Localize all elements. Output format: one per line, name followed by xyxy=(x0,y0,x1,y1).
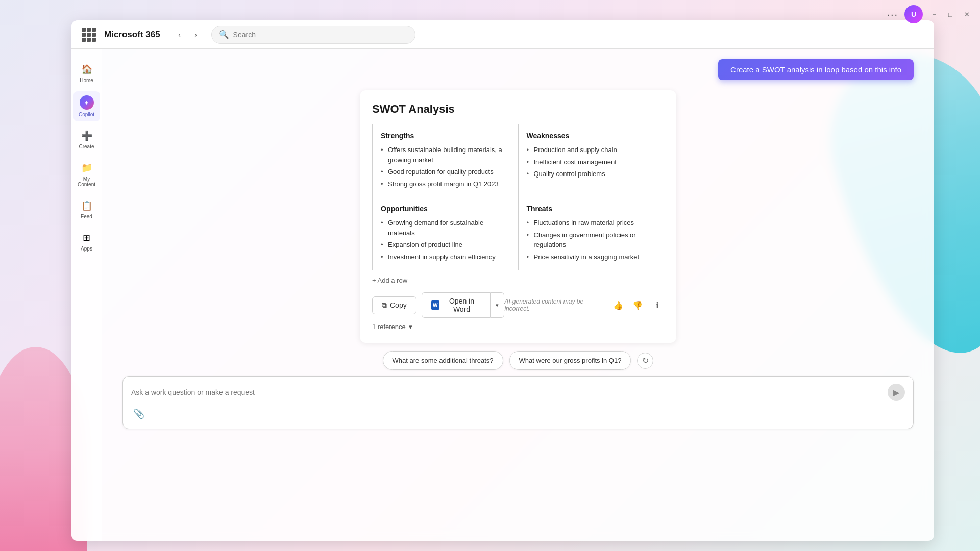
suggestion-chip-1[interactable]: What are some additional threats? xyxy=(383,351,503,370)
attach-button[interactable]: 📎 xyxy=(131,406,146,421)
send-icon: ▶ xyxy=(893,388,899,397)
thumbs-up-icon: 👍 xyxy=(613,300,623,310)
thumbs-down-button[interactable]: 👎 xyxy=(631,298,645,312)
main-layout: 🏠 Home ✦ Copilot ➕ Create 📁 My Content 📋… xyxy=(71,49,934,541)
ai-notice: AI-generated content may be incorrect. xyxy=(504,298,605,312)
weakness-item-1: Production and supply chain xyxy=(527,144,656,156)
info-button[interactable]: ℹ xyxy=(650,298,664,312)
opportunity-item-3: Investment in supply chain efficiency xyxy=(381,251,510,263)
strength-item-1: Offers sustainable building materials, a… xyxy=(381,144,510,166)
nav-arrows: ‹ › xyxy=(173,28,203,42)
sidebar-item-create[interactable]: ➕ Create xyxy=(74,126,100,154)
swot-title: SWOT Analysis xyxy=(372,103,664,116)
copy-icon: ⧉ xyxy=(382,301,387,310)
opportunity-item-1: Growing demand for sustainable materials xyxy=(381,217,510,239)
send-button[interactable]: ▶ xyxy=(888,384,905,401)
add-row-button[interactable]: + Add a row xyxy=(372,277,664,284)
chevron-down-icon: ▾ xyxy=(409,323,412,331)
attach-icon: 📎 xyxy=(133,409,144,419)
title-bar-controls: ··· U － □ ✕ xyxy=(887,5,972,23)
create-icon: ➕ xyxy=(81,130,93,142)
threats-heading: Threats xyxy=(527,205,656,213)
main-window: Microsoft 365 ‹ › 🔍 🏠 Home ✦ Copilot ➕ C… xyxy=(71,20,934,541)
threat-item-2: Changes in government policies or regula… xyxy=(527,229,656,251)
add-row-label: + Add a row xyxy=(372,277,407,284)
open-word-group: W Open in Word ▾ xyxy=(422,292,505,318)
chat-input[interactable] xyxy=(131,388,888,396)
copy-label: Copy xyxy=(390,301,407,309)
sidebar: 🏠 Home ✦ Copilot ➕ Create 📁 My Content 📋… xyxy=(71,49,102,541)
input-area: ▶ 📎 xyxy=(122,376,914,429)
home-icon: 🏠 xyxy=(81,63,93,76)
sidebar-item-create-label: Create xyxy=(79,144,94,149)
swot-threats-cell: Threats Fluctuations in raw material pri… xyxy=(518,197,664,270)
open-word-label: Open in Word xyxy=(443,297,481,313)
action-right: AI-generated content may be incorrect. 👍… xyxy=(504,298,664,312)
sidebar-item-apps-label: Apps xyxy=(81,246,92,252)
action-bar: ⧉ Copy W Open in Word ▾ AI-generated xyxy=(372,292,664,318)
word-icon: W xyxy=(431,300,439,310)
strengths-heading: Strengths xyxy=(381,132,510,140)
sidebar-item-feed-label: Feed xyxy=(81,214,92,219)
content-area: Create a SWOT analysis in loop based on … xyxy=(102,49,934,541)
weaknesses-content: Production and supply chain Inefficient … xyxy=(527,144,656,180)
sidebar-item-mycontent[interactable]: 📁 My Content xyxy=(74,158,100,191)
strength-item-3: Strong gross profit margin in Q1 2023 xyxy=(381,178,510,190)
input-row: ▶ xyxy=(131,384,905,401)
swot-card: SWOT Analysis Strengths Offers sustainab… xyxy=(360,90,676,343)
apps-sidebar-icon: ⊞ xyxy=(81,232,93,244)
suggestion-chip-2[interactable]: What were our gross profits in Q1? xyxy=(509,351,631,370)
weakness-item-3: Quality control problems xyxy=(527,168,656,180)
swot-weaknesses-cell: Weaknesses Production and supply chain I… xyxy=(518,124,664,197)
sidebar-item-home-label: Home xyxy=(80,78,93,83)
search-icon: 🔍 xyxy=(219,30,229,39)
reference-label: 1 reference xyxy=(372,323,406,331)
strength-item-2: Good reputation for quality products xyxy=(381,166,510,178)
opportunities-heading: Opportunities xyxy=(381,205,510,213)
create-swot-button[interactable]: Create a SWOT analysis in loop based on … xyxy=(718,59,914,80)
close-button[interactable]: ✕ xyxy=(962,9,972,19)
apps-icon[interactable] xyxy=(82,28,96,42)
opportunities-content: Growing demand for sustainable materials… xyxy=(381,217,510,263)
app-name: Microsoft 365 xyxy=(104,30,160,40)
feed-icon: 📋 xyxy=(81,199,93,212)
threats-content: Fluctuations in raw material prices Chan… xyxy=(527,217,656,263)
title-bar-menu[interactable]: ··· xyxy=(887,9,898,20)
app-logo: Microsoft 365 xyxy=(104,30,160,40)
maximize-button[interactable]: □ xyxy=(945,9,955,19)
reference-bar[interactable]: 1 reference ▾ xyxy=(372,323,664,331)
copilot-icon: ✦ xyxy=(80,95,94,110)
sidebar-item-copilot[interactable]: ✦ Copilot xyxy=(74,91,100,121)
search-input[interactable] xyxy=(233,31,408,39)
refresh-icon: ↻ xyxy=(642,356,649,365)
copy-button[interactable]: ⧉ Copy xyxy=(372,296,416,314)
threat-item-1: Fluctuations in raw material prices xyxy=(527,217,656,229)
refresh-suggestions-button[interactable]: ↻ xyxy=(637,353,653,369)
forward-button[interactable]: › xyxy=(189,28,203,42)
suggestions-row: What are some additional threats? What w… xyxy=(122,351,914,370)
avatar[interactable]: U xyxy=(904,5,923,23)
swot-strengths-cell: Strengths Offers sustainable building ma… xyxy=(373,124,519,197)
swot-table: Strengths Offers sustainable building ma… xyxy=(372,124,664,270)
threat-item-3: Price sensitivity in a sagging market xyxy=(527,251,656,263)
mycontent-icon: 📁 xyxy=(81,162,93,174)
strengths-content: Offers sustainable building materials, a… xyxy=(381,144,510,190)
sidebar-item-mycontent-label: My Content xyxy=(76,176,98,187)
info-icon: ℹ xyxy=(656,300,659,310)
weaknesses-heading: Weaknesses xyxy=(527,132,656,140)
sidebar-item-copilot-label: Copilot xyxy=(79,112,94,117)
thumbs-up-button[interactable]: 👍 xyxy=(611,298,625,312)
swot-opportunities-cell: Opportunities Growing demand for sustain… xyxy=(373,197,519,270)
sidebar-item-home[interactable]: 🏠 Home xyxy=(74,59,100,87)
word-dropdown-button[interactable]: ▾ xyxy=(491,292,504,318)
weakness-item-2: Inefficient cost management xyxy=(527,156,656,168)
back-button[interactable]: ‹ xyxy=(173,28,187,42)
thumbs-down-icon: 👎 xyxy=(632,300,643,310)
sidebar-item-apps[interactable]: ⊞ Apps xyxy=(74,228,100,256)
opportunity-item-2: Expansion of product line xyxy=(381,239,510,251)
action-left: ⧉ Copy W Open in Word ▾ xyxy=(372,292,504,318)
title-bar: ··· U － □ ✕ xyxy=(0,0,980,29)
sidebar-item-feed[interactable]: 📋 Feed xyxy=(74,195,100,223)
minimize-button[interactable]: － xyxy=(929,9,939,19)
open-word-button[interactable]: W Open in Word xyxy=(422,292,491,318)
